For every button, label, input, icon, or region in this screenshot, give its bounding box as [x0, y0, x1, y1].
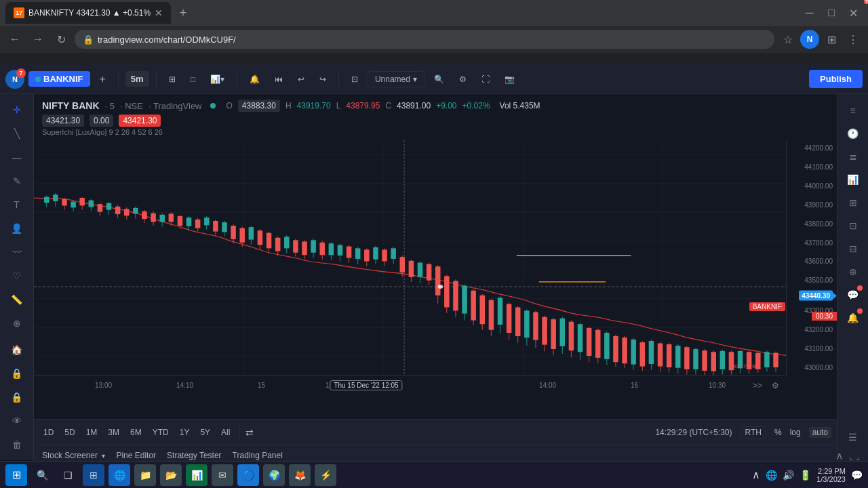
notifications-icon[interactable]: 💬 — [851, 470, 863, 481]
right-sidebar-watchlist[interactable]: ≡ — [842, 100, 864, 121]
tray-caret[interactable]: ∧ — [752, 468, 760, 481]
battery-icon[interactable]: 🔋 — [800, 470, 811, 481]
tf-1m[interactable]: 1M — [82, 426, 102, 439]
symbol-button[interactable]: BANKNIF — [28, 71, 90, 87]
tf-ytd[interactable]: YTD — [149, 426, 173, 439]
minimize-button[interactable]: ─ — [800, 3, 819, 22]
right-sidebar-heatmap[interactable]: ⊟ — [842, 238, 864, 260]
taskbar-app-7[interactable]: ⚡ — [315, 464, 336, 486]
right-sidebar-clock[interactable]: 🕐 — [842, 123, 864, 144]
right-sidebar-bottom[interactable]: ☰ — [842, 426, 864, 448]
sidebar-magnet[interactable]: ⊕ — [6, 312, 28, 333]
tab-close-button[interactable]: ✕ — [155, 7, 163, 18]
chart-name-button[interactable]: Unnamed ▾ — [368, 71, 425, 87]
right-sidebar-ideas[interactable]: ⊞ — [842, 192, 864, 214]
address-bar[interactable]: 🔒 tradingview.com/chart/ODMkCU9F/ — [75, 30, 774, 49]
sidebar-text[interactable]: T — [6, 195, 28, 216]
auto-toggle[interactable]: auto — [809, 427, 831, 438]
taskbar-app-2[interactable]: 🌐 — [108, 464, 130, 486]
taskbar-app-5[interactable]: 📊 — [186, 464, 208, 486]
tf-3m[interactable]: 3M — [104, 426, 123, 439]
price-label-3: 44000.00 — [787, 182, 837, 190]
stock-screener-dropdown[interactable]: ▾ — [102, 452, 105, 460]
taskbar-app-3[interactable]: 📁 — [134, 464, 156, 486]
svg-rect-161 — [693, 349, 698, 369]
replay-button[interactable]: ⏮ — [269, 68, 288, 90]
back-button[interactable]: ← — [5, 30, 24, 49]
right-sidebar-chart[interactable]: 📊 — [842, 169, 864, 190]
taskbar-browser2[interactable]: 🌍 — [263, 464, 285, 486]
chart-type-button[interactable]: 📊▾ — [205, 68, 230, 90]
svg-rect-35 — [133, 208, 138, 214]
taskbar-app-6[interactable]: ✉ — [212, 464, 233, 486]
tf-1d[interactable]: 1D — [39, 426, 58, 439]
undo-button[interactable]: ↩ — [292, 68, 310, 90]
task-view[interactable]: ❑ — [57, 464, 79, 486]
scroll-right-icon[interactable]: >> — [753, 381, 762, 390]
taskbar-browser3[interactable]: 🦊 — [289, 464, 311, 486]
layout-button[interactable]: ⊡ — [346, 68, 363, 90]
close-button[interactable]: ✕ — [844, 3, 863, 22]
right-sidebar-chat[interactable]: 💬 — [842, 284, 864, 306]
settings-button[interactable]: ⚙ — [454, 68, 472, 90]
pct-toggle[interactable]: % — [774, 428, 782, 437]
taskbar-chrome[interactable]: 🔵 — [237, 464, 259, 486]
publish-button[interactable]: Publish — [809, 70, 863, 88]
sidebar-draw[interactable]: ✎ — [6, 171, 28, 192]
tf-1y[interactable]: 1Y — [176, 426, 194, 439]
right-sidebar-alerts[interactable]: 🔔 — [842, 307, 864, 329]
sidebar-favorite[interactable]: ♡ — [6, 266, 28, 287]
start-button[interactable]: ⊞ — [5, 464, 27, 486]
svg-rect-149 — [640, 342, 645, 366]
sidebar-lock[interactable]: 🔒 — [6, 363, 28, 384]
search-button[interactable]: 🔍 — [429, 68, 450, 90]
alert-icon-button[interactable]: 🔔 — [244, 68, 265, 90]
network-icon[interactable]: 🌐 — [766, 470, 777, 481]
sidebar-eye[interactable]: 👁 — [6, 410, 28, 431]
user-avatar[interactable]: N 7 — [5, 70, 24, 89]
taskbar-search[interactable]: 🔍 — [31, 464, 53, 486]
sidebar-trend-line[interactable]: ╲ — [6, 123, 28, 144]
log-toggle[interactable]: log — [790, 428, 801, 437]
compare-icon[interactable]: ⇄ — [245, 427, 254, 438]
tf-all[interactable]: All — [217, 426, 234, 439]
bookmark-button[interactable]: ☆ — [778, 30, 797, 49]
right-sidebar-plus[interactable]: ⊕ — [842, 261, 864, 283]
timezone-settings-icon[interactable]: ⚙ — [772, 381, 779, 390]
sidebar-watchlist[interactable]: 🏠 — [6, 339, 28, 360]
more-button[interactable]: ⋮ — [844, 30, 863, 49]
profile-menu-button[interactable]: N 7 — [800, 30, 819, 49]
tf-6m[interactable]: 6M — [126, 426, 146, 439]
taskbar-app-1[interactable]: ⊞ — [83, 464, 104, 486]
volume-icon[interactable]: 🔊 — [783, 470, 794, 481]
indicators-button[interactable]: ⊞ — [163, 68, 181, 90]
sidebar-crosshair[interactable]: ✛ — [6, 100, 28, 121]
svg-rect-23 — [79, 198, 84, 205]
tf-5y[interactable]: 5Y — [196, 426, 214, 439]
fullscreen-button[interactable]: ⛶ — [476, 68, 495, 90]
snapshot-button[interactable]: 📷 — [499, 68, 520, 90]
ohlc-high-label: H — [285, 101, 292, 110]
new-tab-button[interactable]: + — [174, 3, 193, 22]
right-sidebar-news[interactable]: ≣ — [842, 146, 864, 167]
sidebar-pattern[interactable]: 👤 — [6, 218, 28, 239]
right-sidebar-layout[interactable]: ⊡ — [842, 215, 864, 237]
sidebar-ruler[interactable]: 📏 — [6, 289, 28, 310]
extensions-button[interactable]: ⊞ — [822, 30, 841, 49]
redo-button[interactable]: ↪ — [314, 68, 332, 90]
svg-rect-145 — [622, 338, 627, 363]
restore-button[interactable]: □ — [822, 3, 841, 22]
sidebar-horizontal-line[interactable]: — — [6, 147, 28, 168]
sidebar-wave[interactable]: 〰 — [6, 242, 28, 263]
add-comparison-button[interactable]: + — [94, 68, 111, 90]
refresh-button[interactable]: ↻ — [52, 30, 71, 49]
active-tab[interactable]: 17 BANKNIFTY 43421.30 ▲ +0.51% ✕ — [5, 2, 171, 24]
sidebar-trash[interactable]: 🗑 — [6, 434, 28, 455]
interval-button[interactable]: 5m — [125, 71, 149, 87]
taskbar-app-4[interactable]: 📂 — [160, 464, 182, 486]
sidebar-lock2[interactable]: 🔒 — [6, 386, 28, 407]
tf-5d[interactable]: 5D — [60, 426, 79, 439]
template-button[interactable]: □ — [185, 68, 201, 90]
rth-mode[interactable]: RTH — [741, 426, 766, 439]
forward-button[interactable]: → — [28, 30, 47, 49]
